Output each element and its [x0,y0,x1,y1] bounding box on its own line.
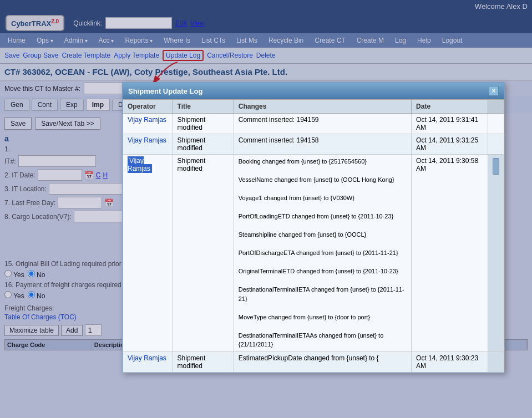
log-row-1-operator-link[interactable]: Vijay Ramjas [128,116,166,124]
log-row-3: Vijay Ramjas Shipment modified Booking c… [123,155,504,352]
log-row-3-title: Shipment modified [173,155,234,352]
log-row-3-operator-link[interactable]: Vijay Ramjas [128,156,152,173]
log-row-3-date: Oct 14, 2011 9:30:58 AM [412,155,488,352]
log-row-2-scroll [488,134,504,155]
log-row-3-operator: Vijay Ramjas [123,155,173,352]
log-row-4-scroll [488,351,504,372]
log-row-4-date: Oct 14, 2011 9:30:23 AM [412,351,488,372]
log-row-1-scroll [488,114,504,134]
log-row-2-operator: Vijay Ramjas [123,134,173,155]
log-table-wrapper: Operator Title Changes Date Vijay Ramjas… [123,99,504,373]
scrollbar-header [488,100,504,114]
log-row-1: Vijay Ramjas Shipment modified Comment i… [123,114,504,134]
log-row-2-changes: Comment inserted: 194158 [234,134,411,155]
log-row-2-date: Oct 14, 2011 9:31:25 AM [412,134,488,155]
log-row-1-changes: Comment inserted: 194159 [234,114,411,134]
log-row-4-changes: EstimatedPickupDate changed from {unset}… [234,351,411,372]
modal-close-button[interactable]: × [489,86,499,96]
log-row-1-operator: Vijay Ramjas [123,114,173,134]
col-header-operator: Operator [123,100,173,114]
col-header-changes: Changes [234,100,411,114]
modal-body: Operator Title Changes Date Vijay Ramjas… [123,99,504,373]
modal-overlay: Shipment Update Log × Operator Title Cha… [0,0,532,390]
log-row-4-operator-link[interactable]: Vijay Ramjas [128,354,166,362]
log-row-2-title: Shipment modified [173,134,234,155]
log-row-4: Vijay Ramjas Shipment modified Estimated… [123,351,504,372]
log-row-4-title: Shipment modified [173,351,234,372]
col-header-title: Title [173,100,234,114]
modal-header: Shipment Update Log × [123,83,504,99]
log-row-4-operator: Vijay Ramjas [123,351,173,372]
log-row-3-changes: Booking changed from {unset} to {2517654… [234,155,411,352]
col-header-date: Date [412,100,488,114]
log-row-2: Vijay Ramjas Shipment modified Comment i… [123,134,504,155]
log-row-1-date: Oct 14, 2011 9:31:41 AM [412,114,488,134]
log-table: Operator Title Changes Date Vijay Ramjas… [123,99,504,373]
log-row-3-scroll [488,155,504,352]
modal-title: Shipment Update Log [128,87,202,95]
shipment-update-log-modal: Shipment Update Log × Operator Title Cha… [122,82,505,373]
log-row-2-operator-link[interactable]: Vijay Ramjas [128,136,166,144]
log-row-1-title: Shipment modified [173,114,234,134]
